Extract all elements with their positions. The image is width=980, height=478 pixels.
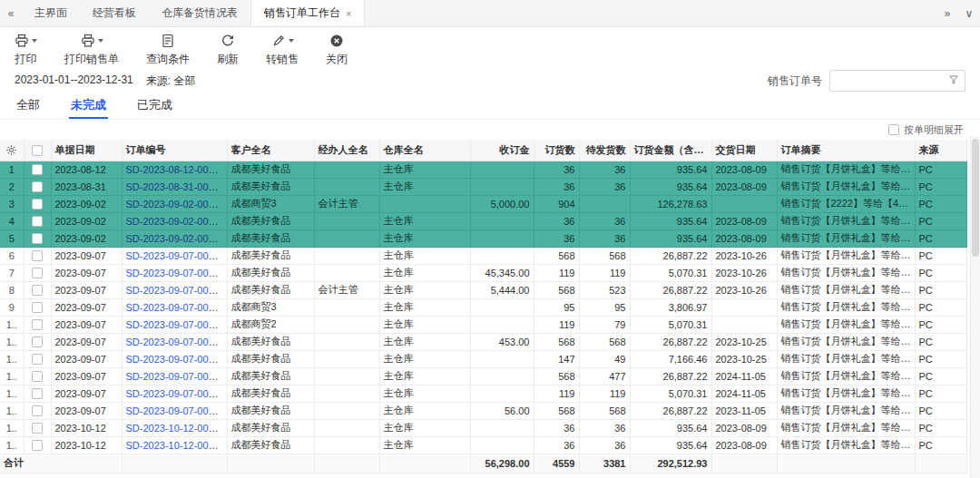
row-checkbox[interactable] (32, 164, 43, 175)
transfer-to-sale-button[interactable]: 转销售 (266, 34, 299, 67)
query-conditions-button[interactable]: 查询条件 (146, 34, 190, 67)
row-checkbox[interactable] (32, 268, 43, 278)
table-row[interactable]: 9 2023-09-07 SD-2023-09-07-00013 成都商贸3 主… (0, 298, 966, 316)
table-row[interactable]: 3 2023-09-02 SD-2023-09-02-00004 成都商贸3 会… (0, 195, 966, 212)
order-number-link[interactable]: SD-2023-09-02-00024 (126, 233, 225, 244)
row-checkbox[interactable] (32, 440, 43, 451)
row-checkbox[interactable] (32, 233, 43, 244)
order-number-link[interactable]: SD-2023-09-07-00012 (126, 285, 225, 296)
order-number-link[interactable]: SD-2023-08-31-00003 (126, 181, 225, 192)
row-checkbox-cell[interactable] (24, 436, 51, 454)
order-number-link[interactable]: SD-2023-09-07-00014 (126, 319, 225, 330)
row-checkbox[interactable] (32, 371, 43, 382)
col-warehouse[interactable]: 仓库全名 (379, 140, 470, 161)
row-checkbox-cell[interactable] (24, 385, 51, 402)
order-number-link[interactable]: SD-2023-09-07-00017 (126, 371, 225, 382)
close-button[interactable]: 关闭 (326, 34, 348, 67)
table-row[interactable]: 7 2023-09-07 SD-2023-09-07-00011 成都美好食品 … (0, 264, 966, 281)
row-checkbox[interactable] (32, 199, 43, 210)
print-dropdown-caret-icon[interactable] (32, 39, 37, 43)
status-tab-unfinished[interactable]: 未完成 (69, 93, 108, 119)
order-number-link[interactable]: SD-2023-09-07-00016 (126, 354, 225, 365)
tab-list-dropdown-icon[interactable]: ∨ (958, 7, 980, 20)
row-checkbox-cell[interactable] (24, 298, 51, 316)
select-all-checkbox[interactable] (32, 145, 43, 156)
table-row[interactable]: 2 2023-08-31 SD-2023-08-31-00003 成都美好食品 … (0, 178, 966, 195)
select-all-cell[interactable] (24, 140, 51, 161)
order-number-link[interactable]: SD-2023-10-12-00021 (126, 440, 225, 451)
filter-funnel-icon[interactable] (948, 74, 959, 88)
scroll-tabs-right-icon[interactable]: » (936, 7, 958, 20)
row-checkbox-cell[interactable] (24, 212, 51, 229)
row-checkbox-cell[interactable] (24, 247, 51, 264)
table-row[interactable]: 1.. 2023-09-07 SD-2023-09-07-00016 成都美好食… (0, 350, 966, 367)
order-number-link[interactable]: SD-2023-09-02-00023 (126, 216, 225, 227)
sales-order-no-input[interactable] (836, 74, 943, 87)
print-sales-dropdown-caret-icon[interactable] (98, 39, 103, 43)
tab-warehouse-stock-report[interactable]: 仓库备货情况表 (149, 0, 250, 26)
row-checkbox[interactable] (32, 319, 43, 330)
row-checkbox-cell[interactable] (24, 281, 51, 298)
row-checkbox-cell[interactable] (24, 333, 51, 350)
column-settings-gear-icon[interactable] (0, 140, 24, 161)
row-checkbox[interactable] (32, 250, 43, 261)
row-checkbox[interactable] (32, 354, 43, 365)
row-checkbox-cell[interactable] (24, 264, 51, 281)
col-handler[interactable]: 经办人全名 (314, 140, 379, 161)
row-checkbox-cell[interactable] (24, 195, 51, 212)
status-tab-finished[interactable]: 已完成 (135, 93, 174, 119)
col-pending-qty[interactable]: 待发货数 (579, 140, 630, 161)
table-row[interactable]: 1.. 2023-09-07 SD-2023-09-07-00017 成都美好食… (0, 367, 966, 385)
table-row[interactable]: 5 2023-09-02 SD-2023-09-02-00024 成都美好食品 … (0, 229, 966, 247)
row-checkbox-cell[interactable] (24, 178, 51, 195)
table-row[interactable]: 6 2023-09-07 SD-2023-09-07-00010 成都美好食品 … (0, 247, 966, 264)
table-row[interactable]: 1 2023-08-12 SD-2023-08-12-00022 成都美好食品 … (0, 161, 966, 178)
row-checkbox-cell[interactable] (24, 161, 51, 178)
row-checkbox[interactable] (32, 302, 43, 313)
table-row[interactable]: 1.. 2023-10-12 SD-2023-10-12-00020 成都美好食… (0, 419, 966, 436)
sales-order-no-searchbox[interactable] (829, 70, 965, 92)
order-number-link[interactable]: SD-2023-09-07-00011 (126, 268, 225, 278)
col-amount[interactable]: 订货金额（含税） (630, 140, 711, 161)
table-row[interactable]: 8 2023-09-07 SD-2023-09-07-00012 成都美好食品 … (0, 281, 966, 298)
table-row[interactable]: 1.. 2023-09-07 SD-2023-09-07-00014 成都商贸2… (0, 316, 966, 333)
table-row[interactable]: 1.. 2023-09-07 SD-2023-09-07-00015 成都美好食… (0, 333, 966, 350)
row-checkbox[interactable] (32, 388, 43, 399)
col-summary[interactable]: 订单摘要 (777, 140, 915, 161)
row-checkbox[interactable] (32, 337, 43, 347)
row-checkbox-cell[interactable] (24, 419, 51, 436)
tab-sales-order-workbench[interactable]: 销售订单工作台 × (250, 0, 365, 26)
row-checkbox[interactable] (32, 423, 43, 434)
row-checkbox-cell[interactable] (24, 350, 51, 367)
transfer-dropdown-caret-icon[interactable] (289, 39, 294, 43)
col-doc-date[interactable]: 单据日期 (51, 140, 122, 161)
order-number-link[interactable]: SD-2023-09-02-00004 (126, 199, 225, 210)
row-checkbox[interactable] (32, 181, 43, 192)
refresh-button[interactable]: 刷新 (217, 34, 239, 67)
row-checkbox-cell[interactable] (24, 229, 51, 247)
col-order-qty[interactable]: 订货数 (534, 140, 579, 161)
col-order-no[interactable]: 订单编号 (122, 140, 227, 161)
order-number-link[interactable]: SD-2023-09-07-00010 (126, 250, 225, 261)
col-deposit[interactable]: 收订金 (470, 140, 534, 161)
order-number-link[interactable]: SD-2023-09-07-00013 (126, 302, 225, 313)
order-number-link[interactable]: SD-2023-08-12-00022 (126, 164, 225, 175)
order-number-link[interactable]: SD-2023-09-07-00015 (126, 337, 225, 347)
vertical-scrollbar[interactable] (970, 136, 980, 478)
col-source[interactable]: 来源 (915, 140, 966, 161)
col-customer[interactable]: 客户全名 (227, 140, 314, 161)
scrollbar-thumb[interactable] (972, 139, 979, 257)
table-row[interactable]: 4 2023-09-02 SD-2023-09-02-00023 成都美好食品 … (0, 212, 966, 229)
order-number-link[interactable]: SD-2023-09-07-00018 (126, 388, 225, 399)
print-button[interactable]: 打印 (15, 34, 37, 67)
tab-close-icon[interactable]: × (346, 8, 351, 19)
scroll-tabs-left-icon[interactable]: « (0, 7, 22, 20)
status-tab-all[interactable]: 全部 (15, 93, 42, 119)
row-checkbox-cell[interactable] (24, 402, 51, 419)
order-number-link[interactable]: SD-2023-10-12-00020 (126, 423, 225, 434)
tab-business-dashboard[interactable]: 经营看板 (80, 0, 149, 26)
expand-detail-checkbox[interactable] (888, 124, 899, 135)
order-number-link[interactable]: SD-2023-09-07-00019 (126, 405, 225, 416)
col-delivery-date[interactable]: 交货日期 (711, 140, 777, 161)
row-checkbox-cell[interactable] (24, 316, 51, 333)
